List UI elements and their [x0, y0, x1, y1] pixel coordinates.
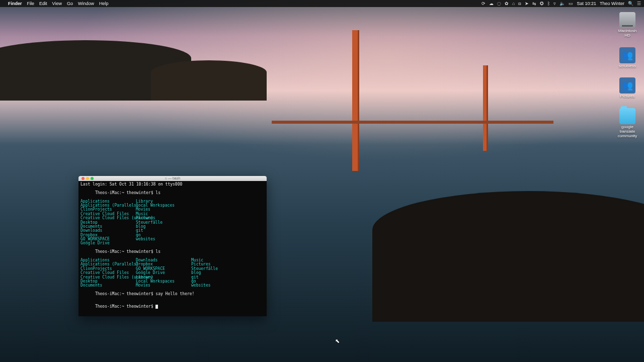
volume-icon[interactable]: 🔈: [559, 1, 565, 6]
wifi-icon[interactable]: ▿: [553, 1, 556, 6]
terminal-prompt: Theos-iMac:~ theowinter$ ls: [80, 246, 265, 258]
menu-edit[interactable]: Edit: [39, 1, 47, 6]
shared-folder-icon: 👥: [619, 47, 635, 63]
status-icon[interactable]: ➤: [525, 1, 529, 6]
menubar-app[interactable]: Finder: [8, 1, 22, 6]
desktop-icon-macintosh-hd[interactable]: Macintosh HD: [616, 12, 639, 38]
menubar: Finder File Edit View Go Window Help ⟳ ☁…: [0, 0, 644, 7]
terminal-line: Last login: Sat Oct 31 10:16:38 on ttys0…: [80, 183, 265, 187]
terminal-title: ⌂ — bash: [78, 176, 267, 180]
menu-help[interactable]: Help: [99, 1, 109, 6]
desktop-icons: Macintosh HD 👥 scrubless 👥 Pictures goog…: [616, 12, 639, 139]
notification-center-icon[interactable]: ☰: [637, 1, 641, 6]
status-icon[interactable]: ✪: [540, 1, 544, 6]
menu-file[interactable]: File: [27, 1, 35, 6]
terminal-prompt: Theos-iMac:~ theowinter$ say Hello there…: [80, 288, 265, 301]
status-icon[interactable]: ◌: [497, 1, 501, 6]
icon-label: Macintosh HD: [616, 29, 639, 38]
terminal-output: ApplicationsDownloadsMusicApplications (…: [80, 258, 265, 288]
mouse-cursor-icon: ⬉: [335, 338, 340, 344]
displays-icon[interactable]: ▭: [569, 1, 573, 6]
cloud-icon[interactable]: ☁: [489, 1, 494, 6]
icon-label: scrubless: [619, 64, 636, 69]
status-icon[interactable]: ⟳: [481, 1, 486, 6]
menubar-user[interactable]: Theo Winter: [600, 1, 624, 6]
terminal-titlebar[interactable]: ⌂ — bash: [78, 176, 267, 181]
folder-icon: [619, 108, 635, 124]
menu-view[interactable]: View: [52, 1, 62, 6]
terminal-output: ApplicationsLibraryApplications (Paralle…: [80, 200, 265, 246]
terminal-body[interactable]: Last login: Sat Oct 31 10:16:38 on ttys0…: [78, 181, 267, 316]
spotlight-icon[interactable]: 🔍: [628, 1, 633, 6]
menu-go[interactable]: Go: [67, 1, 73, 6]
icon-label: Pictures: [620, 95, 635, 99]
terminal-prompt: Theos-iMac:~ theowinter$: [80, 301, 265, 313]
terminal-window[interactable]: ⌂ — bash Last login: Sat Oct 31 10:16:38…: [78, 176, 267, 316]
menu-window[interactable]: Window: [78, 1, 94, 6]
desktop-icon-folder[interactable]: google translate community: [616, 108, 639, 138]
desktop-icon-shared[interactable]: 👥 Pictures: [616, 77, 639, 99]
menubar-clock[interactable]: Sat 10:21: [577, 1, 596, 6]
link-icon[interactable]: ⇋: [532, 1, 536, 6]
icon-label: google translate community: [616, 125, 639, 138]
dropbox-icon[interactable]: ⧈: [518, 1, 521, 7]
cursor-icon: [155, 305, 158, 309]
disk-icon: [619, 12, 635, 28]
bluetooth-icon[interactable]: ᛒ: [547, 1, 550, 6]
status-icon[interactable]: ✿: [505, 1, 509, 6]
status-icon[interactable]: ⌂: [512, 1, 515, 6]
shared-folder-icon: 👥: [619, 77, 635, 94]
desktop-icon-shared[interactable]: 👥 scrubless: [616, 47, 639, 69]
terminal-prompt: Theos-iMac:~ theowinter$ ls: [80, 187, 265, 199]
